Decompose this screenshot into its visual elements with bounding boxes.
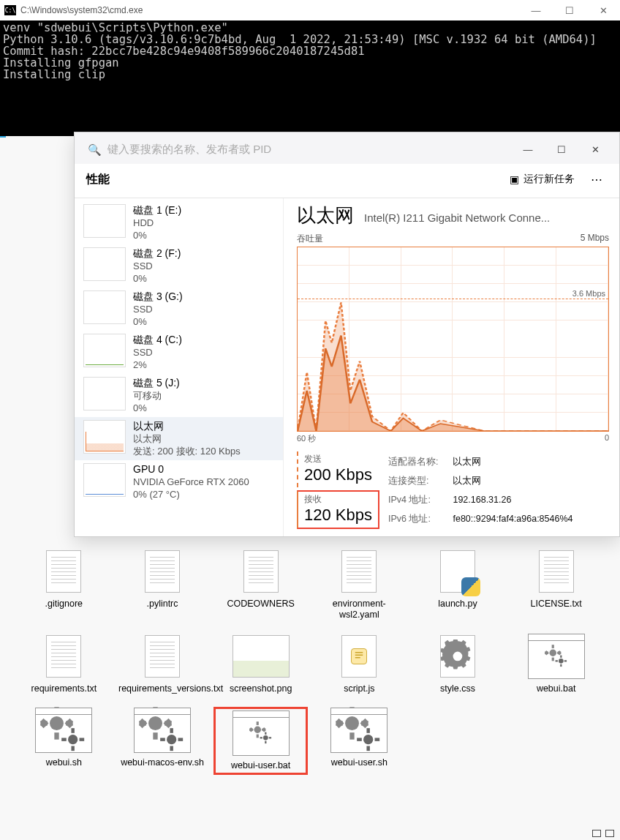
cmd-output: venv "sdwebui\Scripts\Python.exe" Python… <box>0 20 620 82</box>
svg-rect-68 <box>367 746 370 751</box>
file-item[interactable]: environment-wsl2.yaml <box>313 549 406 620</box>
file-icon <box>232 634 290 679</box>
sidebar-item[interactable]: 以太网 以太网 发送: 200 接收: 120 Kbps <box>75 417 283 460</box>
cmd-titlebar[interactable]: C:\ C:\Windows\system32\cmd.exe — ☐ ✕ <box>0 0 620 20</box>
file-item[interactable]: style.css <box>412 634 504 694</box>
file-item[interactable]: webui-macos-env.sh <box>116 708 209 774</box>
task-manager-window: 🔍 键入要搜索的名称、发布者或 PID — ☐ ✕ 性能 ▣ 运行新任务 ⋯ 磁… <box>74 132 620 537</box>
svg-rect-12 <box>560 664 562 667</box>
file-item[interactable]: requirements_versions.txt <box>116 634 209 694</box>
svg-point-43 <box>254 727 261 734</box>
file-icon <box>429 549 486 594</box>
stat-recv-highlighted: 接收 120 Kbps <box>297 490 379 529</box>
search-icon: 🔍 <box>88 143 102 157</box>
sidebar-item-sub1: HDD <box>133 217 181 229</box>
performance-sidebar[interactable]: 磁盘 1 (E:) HDD 0% 磁盘 2 (F:) SSD 0% 磁盘 3 (… <box>75 198 283 536</box>
file-icon <box>35 708 92 753</box>
sidebar-item-sub1: NVIDIA GeForce RTX 2060 <box>133 476 249 488</box>
tab-performance[interactable]: 性能 <box>86 172 110 187</box>
sidebar-item-name: GPU 0 <box>133 463 249 476</box>
performance-detail: 以太网 Intel(R) I211 Gigabit Network Conne.… <box>283 198 619 536</box>
file-icon <box>232 549 290 594</box>
file-item[interactable]: LICENSE.txt <box>510 549 602 620</box>
cmd-icon: C:\ <box>4 5 16 15</box>
sidebar-item[interactable]: 磁盘 4 (C:) SSD 2% <box>75 331 283 374</box>
file-item[interactable]: requirements.txt <box>18 634 110 694</box>
meta-value: 192.168.31.26 <box>453 491 572 509</box>
sidebar-item-name: 以太网 <box>133 420 241 432</box>
stat-send-label: 发送 <box>304 453 374 465</box>
svg-rect-59 <box>350 732 355 740</box>
file-label: webui.bat <box>537 683 576 694</box>
stat-send: 发送 200 Kbps <box>297 451 379 487</box>
stat-recv-value: 120 Kbps <box>304 506 372 525</box>
run-new-task-label: 运行新任务 <box>523 173 575 186</box>
sidebar-item-name: 磁盘 4 (C:) <box>133 334 182 346</box>
sidebar-thumb <box>83 420 126 454</box>
file-label: webui-user.bat <box>231 760 290 771</box>
sidebar-item[interactable]: GPU 0 NVIDIA GeForce RTX 2060 0% (27 °C) <box>75 460 283 503</box>
file-item[interactable]: launch.py <box>412 549 504 620</box>
sidebar-item-name: 磁盘 2 (F:) <box>133 247 181 260</box>
sidebar-item[interactable]: 磁盘 2 (F:) SSD 0% <box>75 244 283 288</box>
file-icon <box>232 710 290 756</box>
sidebar-item-name: 磁盘 3 (G:) <box>133 290 183 303</box>
file-label: style.css <box>440 683 475 694</box>
file-label: script.js <box>344 683 374 694</box>
sidebar-item-name: 磁盘 5 (J:) <box>133 377 180 389</box>
chart-xaxis-left: 60 秒 <box>297 433 316 444</box>
svg-rect-39 <box>170 728 173 733</box>
more-button[interactable]: ⋯ <box>586 171 608 188</box>
cmd-title: C:\Windows\system32\cmd.exe <box>20 5 519 15</box>
file-item[interactable]: webui.sh <box>18 708 110 774</box>
sidebar-item-sub1: 以太网 <box>133 432 241 445</box>
file-item[interactable]: webui-user.bat <box>214 708 307 774</box>
file-icon <box>134 708 191 753</box>
sidebar-item-sub1: SSD <box>133 346 182 359</box>
task-manager-titlebar[interactable]: 🔍 键入要搜索的名称、发布者或 PID — ☐ ✕ <box>75 132 619 164</box>
file-icon <box>528 634 585 679</box>
file-item[interactable]: screenshot.png <box>214 634 307 694</box>
file-label: requirements.txt <box>31 683 97 694</box>
svg-point-15 <box>50 716 64 730</box>
file-label: LICENSE.txt <box>531 599 582 610</box>
file-item[interactable]: webui.bat <box>510 634 602 694</box>
close-button[interactable]: ✕ <box>578 142 612 158</box>
file-label: webui-user.sh <box>331 757 388 768</box>
file-label: webui-macos-env.sh <box>121 757 204 768</box>
sidebar-item-sub2: 0% <box>133 402 180 414</box>
file-label: screenshot.png <box>230 683 292 694</box>
svg-rect-28 <box>80 738 85 740</box>
stat-send-value: 200 Kbps <box>304 465 374 484</box>
file-label: webui.sh <box>46 757 82 768</box>
sidebar-thumb <box>83 247 126 281</box>
svg-point-29 <box>148 716 162 730</box>
file-item[interactable]: script.js <box>313 634 406 694</box>
maximize-button[interactable]: ☐ <box>553 0 586 20</box>
minimize-button[interactable]: — <box>511 142 545 158</box>
file-icon <box>429 634 486 679</box>
file-item[interactable]: webui-user.sh <box>313 708 406 774</box>
sidebar-thumb <box>83 377 126 410</box>
meta-value: 以太网 <box>453 453 572 470</box>
svg-point-52 <box>263 735 268 740</box>
svg-rect-44 <box>256 721 258 725</box>
file-item[interactable]: .gitignore <box>18 549 110 620</box>
file-item[interactable]: CODEOWNERS <box>214 549 307 620</box>
close-button[interactable]: ✕ <box>586 0 620 20</box>
detail-subtitle: Intel(R) I211 Gigabit Network Conne... <box>364 211 609 224</box>
minimize-button[interactable]: — <box>519 0 553 20</box>
search-input[interactable]: 🔍 键入要搜索的名称、发布者或 PID <box>82 140 301 160</box>
maximize-button[interactable]: ☐ <box>545 142 578 158</box>
sidebar-item[interactable]: 磁盘 5 (J:) 可移动 0% <box>75 374 283 417</box>
sidebar-item[interactable]: 磁盘 3 (G:) SSD 0% <box>75 288 283 331</box>
meta-value: fe80::9294:faf4:a96a:8546%4 <box>453 510 572 528</box>
cmd-window: C:\ C:\Windows\system32\cmd.exe — ☐ ✕ ve… <box>0 0 620 136</box>
sidebar-item[interactable]: 磁盘 1 (E:) HDD 0% <box>75 201 283 244</box>
meta-value: 以太网 <box>453 472 572 490</box>
run-new-task-button[interactable]: ▣ 运行新任务 <box>504 170 581 189</box>
taskbar-tray[interactable] <box>592 830 614 837</box>
file-item[interactable]: .pylintrc <box>116 549 209 620</box>
file-icon <box>35 634 92 679</box>
svg-rect-45 <box>256 735 258 738</box>
